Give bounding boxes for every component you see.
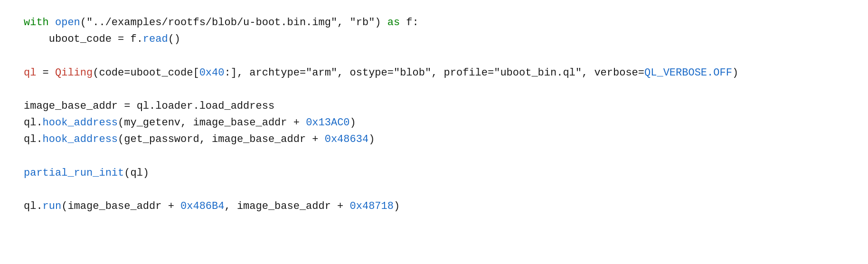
code-segment: open — [55, 17, 80, 28]
code-segment: QL_VERBOSE.OFF — [644, 67, 732, 79]
code-segment: (get_password, image_base_addr + — [118, 133, 325, 145]
code-segment: 0x486B4 — [180, 200, 224, 212]
code-segment: ) — [732, 67, 738, 79]
code-line: with open("../examples/rootfs/blob/u-boo… — [24, 14, 844, 31]
code-segment: f: — [400, 17, 419, 28]
code-line-empty — [24, 81, 844, 98]
code-segment: uboot_code = f. — [24, 33, 143, 45]
code-segment: ql. — [24, 133, 43, 145]
code-segment: (my_getenv, image_base_addr + — [118, 117, 306, 129]
code-segment: ("../examples/rootfs/blob/u-boot.bin.img… — [80, 17, 387, 28]
code-segment: :], archtype="arm", ostype="blob", profi… — [224, 67, 644, 79]
code-line: ql.hook_address(my_getenv, image_base_ad… — [24, 114, 844, 131]
code-container: with open("../examples/rootfs/blob/u-boo… — [0, 0, 868, 264]
code-line-empty — [24, 148, 844, 165]
code-segment: ) — [368, 133, 375, 145]
code-segment: (code=uboot_code[ — [93, 67, 199, 79]
code-segment: ) — [394, 200, 400, 212]
code-segment: Qiling — [55, 67, 93, 79]
code-line: uboot_code = f.read() — [24, 31, 844, 47]
code-line: ql = Qiling(code=uboot_code[0x40:], arch… — [24, 65, 844, 81]
code-line: ql.hook_address(get_password, image_base… — [24, 131, 844, 148]
code-segment: ) — [350, 117, 356, 129]
code-segment: run — [43, 200, 62, 212]
code-segment: ql. — [24, 117, 43, 129]
code-segment: ql — [24, 67, 36, 79]
code-line-empty — [24, 181, 844, 198]
code-segment: (image_base_addr + — [61, 200, 180, 212]
code-line: ql.run(image_base_addr + 0x486B4, image_… — [24, 198, 844, 215]
code-segment: image_base_addr = ql.loader.load_address — [24, 100, 274, 112]
code-segment: (ql) — [124, 167, 149, 179]
code-segment: hook_address — [43, 133, 118, 145]
code-segment: , image_base_addr + — [224, 200, 349, 212]
code-segment: 0x48634 — [325, 133, 368, 145]
code-line: image_base_addr = ql.loader.load_address — [24, 98, 844, 114]
code-segment: 0x40 — [199, 67, 225, 79]
code-segment: read — [143, 33, 168, 45]
code-segment: hook_address — [43, 117, 118, 129]
code-segment: ql. — [24, 200, 43, 212]
code-segment: () — [168, 33, 180, 45]
code-line-empty — [24, 47, 844, 64]
code-segment: partial_run_init — [24, 167, 124, 179]
code-segment: 0x13AC0 — [306, 117, 349, 129]
code-segment: 0x48718 — [350, 200, 394, 212]
code-segment: = — [36, 67, 55, 79]
code-line: partial_run_init(ql) — [24, 165, 844, 181]
code-segment: as — [387, 17, 400, 28]
code-segment: with — [24, 17, 55, 28]
